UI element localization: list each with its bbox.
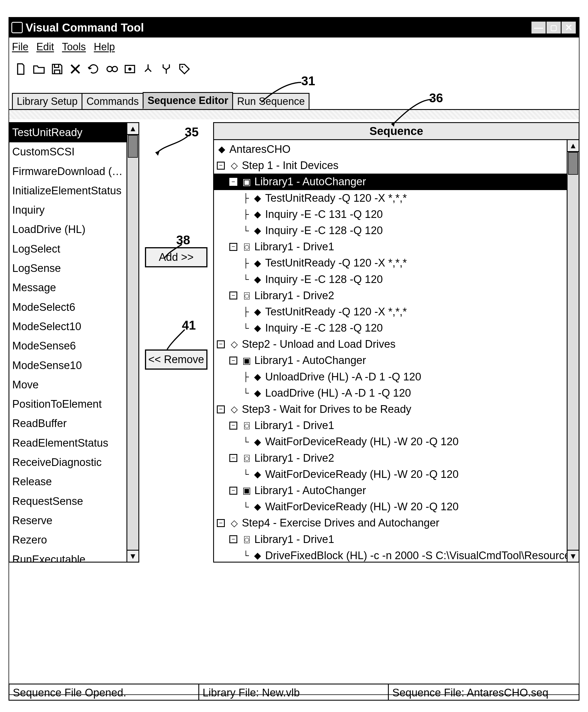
tab-sequence-editor[interactable]: Sequence Editor bbox=[143, 92, 233, 109]
tree-node-icon: ◆ bbox=[253, 468, 262, 481]
menu-file[interactable]: File bbox=[12, 41, 28, 53]
command-list-item[interactable]: ModeSense6 bbox=[9, 337, 126, 356]
tree-expander-icon[interactable]: − bbox=[217, 340, 225, 348]
command-list-item[interactable]: InitializeElementStatus bbox=[9, 181, 126, 200]
sequence-tree-row[interactable]: −⌼Library1 - Drive2 bbox=[214, 450, 567, 466]
refresh-icon[interactable] bbox=[87, 63, 100, 75]
add-button[interactable]: Add >> bbox=[145, 247, 208, 267]
save-icon[interactable] bbox=[50, 63, 64, 75]
sequence-tree-row[interactable]: −⌼Library1 - Drive2 bbox=[214, 287, 567, 304]
sequence-tree-row[interactable]: −▣Library1 - AutoChanger bbox=[214, 174, 567, 190]
sequence-tree-row[interactable]: ├◆TestUnitReady -Q 120 -X *,*,* bbox=[214, 304, 567, 320]
tree-connector-icon: └ bbox=[242, 225, 250, 237]
sequence-tree-row[interactable]: −⌼Library1 - Drive1 bbox=[214, 531, 567, 547]
command-list-item[interactable]: FirmwareDownload (HL) bbox=[9, 162, 126, 181]
sequence-tree-row[interactable]: ├◆Inquiry -E -C 131 -Q 120 bbox=[214, 206, 567, 222]
command-list-item[interactable]: LoadDrive (HL) bbox=[9, 220, 126, 239]
menu-help[interactable]: Help bbox=[94, 41, 115, 53]
menu-tools[interactable]: Tools bbox=[62, 41, 86, 53]
sequence-tree-row[interactable]: −◇Step4 - Exercise Drives and Autochange… bbox=[214, 515, 567, 531]
sequence-tree-row[interactable]: └◆DriveFixedBlock (HL) -c -n 2000 -S C:\… bbox=[214, 547, 567, 562]
scroll-down-icon[interactable]: ▼ bbox=[568, 550, 579, 562]
command-list-item[interactable]: RequestSense bbox=[9, 492, 126, 511]
scroll-up-icon[interactable]: ▲ bbox=[127, 123, 139, 135]
tree-expander-icon[interactable]: − bbox=[217, 519, 225, 527]
scroll-thumb[interactable] bbox=[568, 152, 578, 175]
tree-expander-icon[interactable]: − bbox=[229, 535, 237, 543]
tab-run-sequence[interactable]: Run Sequence bbox=[232, 93, 310, 110]
command-list-item[interactable]: LogSelect bbox=[9, 239, 126, 259]
sequence-tree-row[interactable]: −▣Library1 - AutoChanger bbox=[214, 482, 567, 499]
tree-expander-icon[interactable]: − bbox=[229, 292, 237, 300]
tag-icon[interactable] bbox=[178, 63, 191, 75]
sequence-tree-row[interactable]: └◆LoadDrive (HL) -A -D 1 -Q 120 bbox=[214, 385, 567, 401]
sequence-tree-row[interactable]: └◆WaitForDeviceReady (HL) -W 20 -Q 120 bbox=[214, 434, 567, 450]
command-list-item[interactable]: Rezero bbox=[9, 531, 126, 550]
command-list-item[interactable]: Message bbox=[9, 278, 126, 298]
command-list-item[interactable]: TestUnitReady bbox=[9, 123, 126, 142]
close-button[interactable] bbox=[561, 21, 576, 35]
delete-icon[interactable] bbox=[69, 63, 82, 75]
tree-expander-icon[interactable]: − bbox=[229, 243, 237, 251]
title-bar: Visual Command Tool bbox=[9, 18, 579, 38]
sequence-tree-row[interactable]: └◆WaitForDeviceReady (HL) -W 20 -Q 120 bbox=[214, 466, 567, 482]
command-list-item[interactable]: Inquiry bbox=[9, 200, 126, 220]
tree-node-icon: ◆ bbox=[253, 322, 262, 335]
command-list-item[interactable]: LogSense bbox=[9, 259, 126, 278]
sequence-tree-row[interactable]: −⌼Library1 - Drive1 bbox=[214, 417, 567, 434]
maximize-button[interactable] bbox=[546, 21, 562, 35]
tree-expander-icon[interactable]: − bbox=[229, 178, 237, 186]
tree-node-label: DriveFixedBlock (HL) -c -n 2000 -S C:\Vi… bbox=[265, 548, 567, 562]
command-list-scrollbar[interactable]: ▲ ▼ bbox=[126, 123, 139, 562]
sequence-tree-row[interactable]: −◇Step3 - Wait for Drives to be Ready bbox=[214, 401, 567, 417]
tree-node-icon: ◆ bbox=[253, 500, 262, 513]
sequence-tree-row[interactable]: ├◆TestUnitReady -Q 120 -X *,*,* bbox=[214, 190, 567, 206]
tree-expander-icon[interactable]: − bbox=[229, 357, 237, 365]
sequence-tree-row[interactable]: └◆WaitForDeviceReady (HL) -W 20 -Q 120 bbox=[214, 499, 567, 515]
minimize-button[interactable] bbox=[531, 21, 546, 35]
tree-expander-icon[interactable]: − bbox=[229, 422, 237, 430]
tree-expander-icon[interactable]: − bbox=[217, 406, 225, 413]
sequence-tree-row[interactable]: −◇Step 1 - Init Devices bbox=[214, 157, 567, 174]
tree-expander-icon[interactable]: − bbox=[229, 487, 237, 495]
tree-node-icon: ◇ bbox=[229, 517, 239, 530]
branch-a-icon[interactable] bbox=[142, 63, 154, 75]
command-list-item[interactable]: ModeSelect10 bbox=[9, 317, 126, 337]
command-list-item[interactable]: ReadBuffer bbox=[9, 414, 126, 433]
remove-button[interactable]: << Remove bbox=[145, 349, 208, 370]
sequence-tree-row[interactable]: ├◆TestUnitReady -Q 120 -X *,*,* bbox=[214, 255, 567, 271]
menu-edit[interactable]: Edit bbox=[36, 41, 54, 53]
tree-expander-icon[interactable]: − bbox=[217, 161, 225, 170]
command-list-item[interactable]: ModeSense10 bbox=[9, 356, 126, 375]
sequence-tree-row[interactable]: ├◆UnloadDrive (HL) -A -D 1 -Q 120 bbox=[214, 369, 567, 385]
branch-b-icon[interactable] bbox=[160, 63, 173, 75]
tree-expander-icon[interactable]: − bbox=[229, 454, 237, 462]
sequence-tree-row[interactable]: ◆AntaresCHO bbox=[214, 141, 567, 157]
sequence-tree-row[interactable]: −◇Step2 - Unload and Load Drives bbox=[214, 336, 567, 352]
command-list-item[interactable]: PositionToElement bbox=[9, 395, 126, 414]
scroll-thumb[interactable] bbox=[128, 135, 138, 158]
open-icon[interactable] bbox=[33, 63, 45, 75]
scroll-up-icon[interactable]: ▲ bbox=[568, 140, 579, 152]
scroll-down-icon[interactable]: ▼ bbox=[127, 550, 139, 562]
command-list-item[interactable]: Reserve bbox=[9, 511, 126, 531]
new-icon[interactable] bbox=[14, 63, 27, 75]
sequence-tree-row[interactable]: −⌼Library1 - Drive1 bbox=[214, 239, 567, 255]
command-list-item[interactable]: ModeSelect6 bbox=[9, 298, 126, 317]
view-icon[interactable] bbox=[105, 63, 118, 75]
command-list: TestUnitReadyCustomSCSIFirmwareDownload … bbox=[8, 122, 139, 563]
command-list-item[interactable]: ReceiveDiagnostic bbox=[9, 453, 126, 472]
command-list-item[interactable]: Release bbox=[9, 472, 126, 492]
sequence-tree-row[interactable]: └◆Inquiry -E -C 128 -Q 120 bbox=[214, 222, 567, 239]
sequence-tree-row[interactable]: └◆Inquiry -E -C 128 -Q 120 bbox=[214, 271, 567, 287]
tab-library-setup[interactable]: Library Setup bbox=[12, 93, 82, 110]
sequence-tree-row[interactable]: −▣Library1 - AutoChanger bbox=[214, 352, 567, 368]
device-icon[interactable] bbox=[123, 63, 136, 75]
sequence-tree-row[interactable]: └◆Inquiry -E -C 128 -Q 120 bbox=[214, 320, 567, 336]
sequence-scrollbar[interactable]: ▲ ▼ bbox=[567, 140, 579, 562]
command-list-item[interactable]: CustomSCSI bbox=[9, 142, 126, 161]
command-list-item[interactable]: RunExecutable bbox=[9, 550, 126, 562]
tab-commands[interactable]: Commands bbox=[82, 93, 144, 110]
command-list-item[interactable]: ReadElementStatus bbox=[9, 434, 126, 453]
command-list-item[interactable]: Move bbox=[9, 375, 126, 395]
